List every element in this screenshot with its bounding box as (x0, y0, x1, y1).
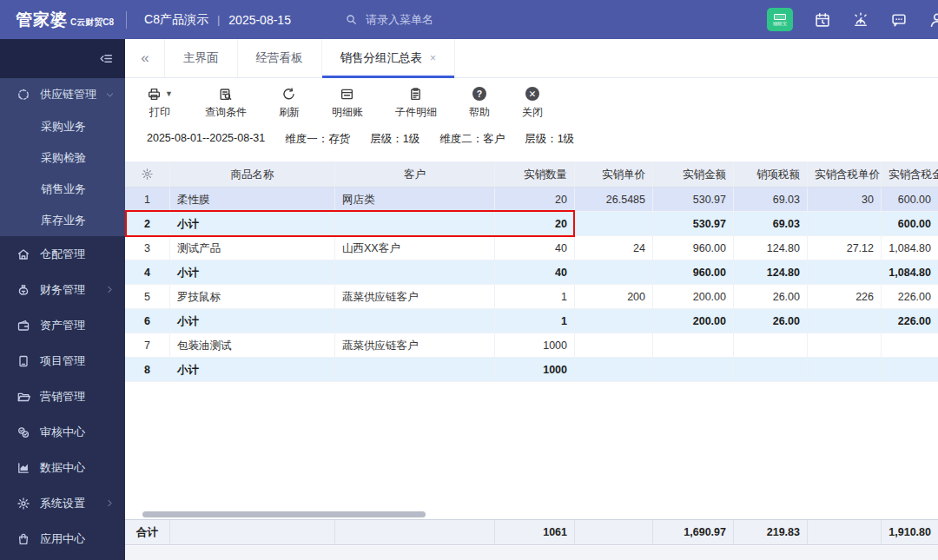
horizontal-scrollbar-thumb[interactable] (142, 511, 426, 517)
total-cell (335, 520, 495, 544)
table-cell: 山西XX客户 (335, 236, 495, 260)
calendar-icon[interactable] (814, 11, 831, 29)
collapse-sidebar-icon[interactable] (99, 51, 114, 66)
sidebar-item-finance[interactable]: 财务管理 (0, 272, 125, 307)
column-header[interactable]: 实销含税金额 (882, 161, 938, 187)
app-window: 管家婆 C云财贸C8 C8产品演示 | 2025-08-15 请录入菜单名 物联… (0, 0, 938, 560)
sidebar-subitem-purchase-inspection[interactable]: 采购检验 (0, 142, 125, 174)
asset-icon (17, 319, 30, 333)
table-cell: 小计 (170, 260, 335, 284)
settings-icon (17, 497, 30, 511)
badge-label: 物联宝 (773, 21, 787, 25)
title-date-separator: | (217, 13, 220, 26)
print-button[interactable]: ▼打印 (147, 86, 173, 120)
wulianbao-badge-icon[interactable]: 物联宝 (767, 8, 793, 31)
row-number: 8 (125, 358, 170, 381)
finance-icon (17, 283, 30, 297)
gear-icon (141, 168, 154, 181)
sidebar-subitem-sales[interactable]: 销售业务 (0, 174, 125, 205)
sidebar-item-label: 项目管理 (40, 353, 115, 369)
column-header[interactable]: 客户 (335, 161, 495, 187)
subitem-icon (408, 87, 423, 102)
refresh-button[interactable]: 刷新 (279, 86, 300, 120)
column-header[interactable]: 实销数量 (495, 161, 575, 187)
detail-ledger-button[interactable]: 明细账 (332, 86, 363, 120)
tab-close-icon[interactable]: × (430, 53, 436, 63)
query-conditions-button[interactable]: 查询条件 (205, 86, 247, 120)
help-button[interactable]: ?帮助 (469, 86, 490, 120)
query-icon (218, 87, 233, 102)
table-row[interactable]: 2小计20530.9769.03600.00 (125, 212, 938, 236)
report-toolbar: ▼打印查询条件刷新明细账子件明细?帮助✕关闭 (147, 86, 543, 120)
toolbar-icon-row: ? (472, 86, 486, 102)
sidebar-item-project[interactable]: 项目管理 (0, 343, 125, 379)
table-header-row: 商品名称客户实销数量实销单价实销金额销项税额实销含税单价实销含税金额 (125, 161, 938, 188)
table-row[interactable]: 6小计1200.0026.00226.00 (125, 309, 938, 333)
filter-part: 层级：1级 (525, 132, 574, 147)
sidebar-item-label: 营销管理 (40, 389, 115, 405)
table-cell: 27.12 (808, 236, 882, 260)
total-cell (808, 520, 882, 544)
table-row[interactable]: 4小计40960.00124.801,084.80 (125, 260, 938, 285)
menu-search-input[interactable]: 请录入菜单名 (345, 12, 433, 28)
collapse-tabs-icon[interactable]: « (125, 39, 165, 77)
table-cell: 小计 (170, 212, 335, 235)
total-cell: 1,690.97 (653, 520, 734, 544)
tab-dashboard[interactable]: 经营看板 (237, 39, 322, 77)
table-cell: 600.00 (882, 212, 938, 235)
sidebar-item-data-center[interactable]: 数据中心 (0, 450, 125, 485)
sidebar-subitem-purchase[interactable]: 采购业务 (0, 111, 125, 142)
sidebar-item-label: 财务管理 (40, 282, 105, 298)
summary-table: 商品名称客户实销数量实销单价实销金额销项税额实销含税单价实销含税金额1柔性膜网店… (125, 161, 938, 382)
table-cell: 包装油测试 (170, 333, 335, 357)
column-header[interactable]: 实销金额 (653, 161, 734, 187)
table-cell: 26.00 (734, 285, 808, 308)
column-header[interactable]: 销项税额 (734, 161, 808, 187)
table-row[interactable]: 1柔性膜网店类2026.5485530.9769.0330600.00 (125, 188, 938, 212)
table-cell (335, 358, 495, 381)
sidebar-item-label: 资产管理 (40, 318, 115, 333)
refresh-icon (281, 87, 296, 102)
table-row[interactable]: 5罗技鼠标蔬菜供应链客户1200200.0026.00226226.00 (125, 285, 938, 309)
toolbar-button-label: 帮助 (469, 105, 490, 120)
table-cell: 69.03 (734, 188, 808, 211)
table-row[interactable]: 7包装油测试蔬菜供应链客户1000 (125, 333, 938, 358)
sidebar-item-warehouse[interactable]: 仓配管理 (0, 236, 125, 272)
sidebar-item-asset[interactable]: 资产管理 (0, 307, 125, 343)
close-button[interactable]: ✕关闭 (522, 86, 543, 120)
table-cell: 200 (575, 285, 653, 308)
project-icon (17, 354, 30, 368)
column-header[interactable]: 商品名称 (170, 161, 335, 187)
table-cell (734, 358, 808, 381)
table-cell: 蔬菜供应链客户 (335, 285, 495, 308)
table-row[interactable]: 3测试产品山西XX客户4024960.00124.8027.121,084.80 (125, 236, 938, 260)
column-header[interactable]: 实销单价 (575, 161, 653, 187)
row-number: 6 (125, 309, 170, 333)
filter-part: 2025-08-01--2025-08-31 (147, 132, 265, 147)
user-icon[interactable] (928, 11, 938, 29)
sidebar-item-marketing[interactable]: 营销管理 (0, 379, 125, 414)
sidebar-item-audit[interactable]: 审核中心 (0, 414, 125, 450)
help-icon: ? (472, 87, 486, 101)
print-dropdown-caret-icon[interactable]: ▼ (165, 89, 173, 98)
tab-main[interactable]: 主界面 (164, 39, 238, 77)
sidebar-subitem-inventory[interactable]: 库存业务 (0, 205, 125, 236)
tab-strip: 主界面经营看板销售分组汇总表× (165, 39, 455, 77)
tab-sales-group-summary[interactable]: 销售分组汇总表× (321, 39, 456, 77)
row-number: 5 (125, 285, 170, 308)
filter-part: 层级：1级 (370, 132, 419, 147)
table-row[interactable]: 8小计1000 (125, 358, 938, 382)
tab-label: 经营看板 (256, 50, 303, 66)
subitem-detail-button[interactable]: 子件明细 (395, 86, 437, 120)
column-settings-button[interactable] (125, 161, 170, 187)
table-cell (575, 358, 653, 381)
column-header[interactable]: 实销含税单价 (808, 161, 882, 187)
total-label: 合计 (125, 520, 170, 544)
sidebar-item-settings[interactable]: 系统设置 (0, 485, 125, 521)
alarm-icon[interactable] (852, 11, 869, 29)
chat-icon[interactable] (890, 11, 908, 29)
supply-chain-icon (17, 88, 30, 102)
sidebar-item-supply-chain[interactable]: 供应链管理 (0, 78, 125, 111)
sidebar-item-app-center[interactable]: 应用中心 (0, 521, 125, 557)
sidebar-group-finance: 财务管理 (0, 272, 125, 307)
